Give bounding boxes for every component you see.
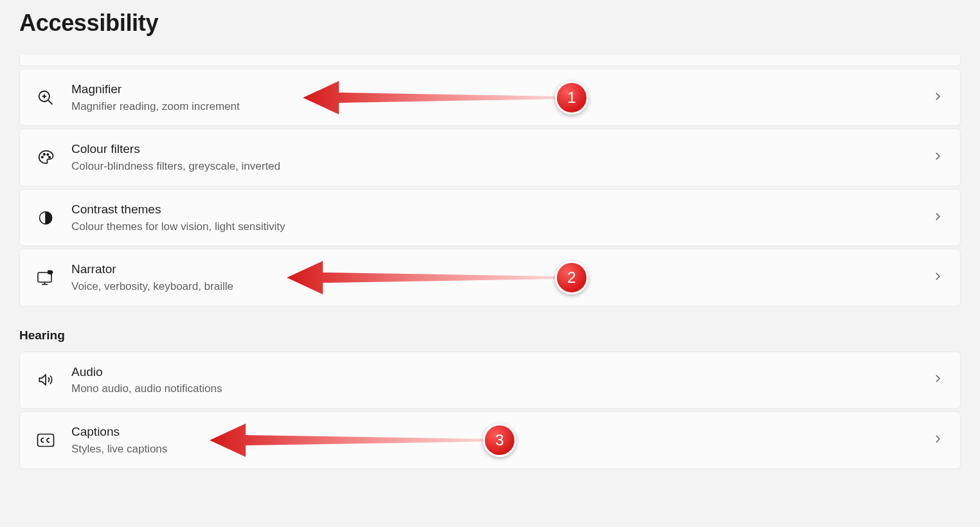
settings-item-subtitle: Colour themes for low vision, light sens… [71,219,915,235]
svg-rect-14 [38,434,54,446]
section-heading-hearing: Hearing [19,328,961,343]
svg-marker-4 [303,81,560,114]
svg-line-1 [48,100,52,104]
svg-point-8 [49,156,50,157]
chevron-right-icon [932,91,943,105]
settings-item-audio[interactable]: Audio Mono audio, audio notifications [19,352,961,409]
annotation-badge-2: 2 [555,261,588,294]
settings-item-captions[interactable]: Captions Styles, live captions 3 [19,411,961,469]
previous-card-fragment [19,55,961,66]
narrator-icon [37,269,55,287]
settings-item-text: Colour filters Colour-blindness filters,… [71,141,915,174]
settings-item-magnifier[interactable]: Magnifier Magnifier reading, zoom increm… [19,69,961,126]
chevron-right-icon [932,433,943,447]
chevron-right-icon [932,271,943,285]
svg-point-7 [47,154,48,155]
magnifier-plus-icon [37,89,55,107]
speaker-icon [37,371,55,389]
annotation-badge-3: 3 [483,424,516,457]
page-title: Accessibility [19,10,961,37]
contrast-icon [37,209,55,227]
chevron-right-icon [932,373,943,387]
settings-item-narrator[interactable]: Narrator Voice, verbosity, keyboard, bra… [19,249,961,306]
closed-captions-icon [37,431,55,449]
annotation-arrow-2 [287,257,557,298]
chevron-right-icon [932,211,943,225]
chevron-right-icon [932,150,943,165]
settings-item-contrast-themes[interactable]: Contrast themes Colour themes for low vi… [19,189,961,246]
settings-item-title: Colour filters [71,141,915,157]
settings-item-text: Audio Mono audio, audio notifications [71,364,915,397]
annotation-arrow-3 [210,420,486,461]
svg-point-6 [44,154,45,155]
annotation-arrow-1 [303,77,560,118]
svg-marker-15 [210,424,486,457]
annotation-badge-1: 1 [555,81,588,114]
svg-point-5 [42,156,43,157]
settings-item-text: Contrast themes Colour themes for low vi… [71,201,915,234]
settings-item-title: Audio [71,364,915,380]
palette-icon [37,148,55,166]
settings-item-subtitle: Mono audio, audio notifications [71,381,915,397]
svg-marker-13 [287,261,557,294]
settings-item-colour-filters[interactable]: Colour filters Colour-blindness filters,… [19,129,961,186]
settings-item-title: Contrast themes [71,201,915,218]
settings-item-subtitle: Colour-blindness filters, greyscale, inv… [71,159,915,174]
